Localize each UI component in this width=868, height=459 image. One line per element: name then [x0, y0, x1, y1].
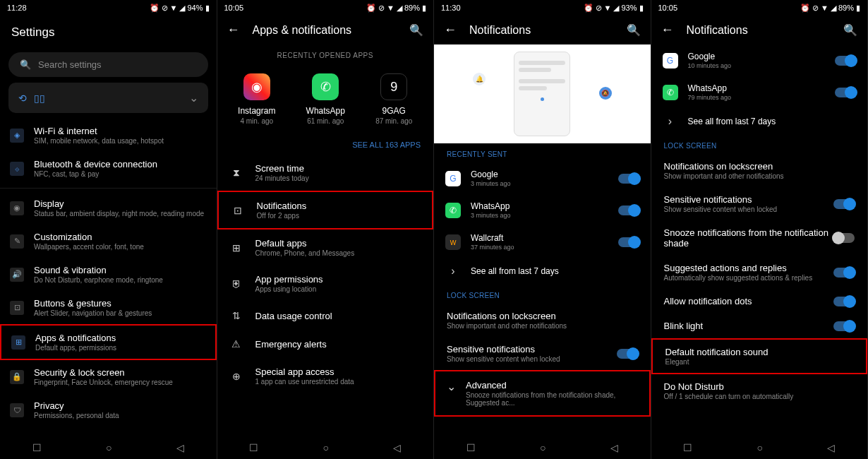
item-default-sound[interactable]: Default notification sound Elegant: [651, 338, 868, 374]
nav-bar: ☐ ○ ◁: [0, 435, 217, 459]
special-icon: ⊕: [230, 371, 243, 382]
section-recently-sent: RECENTLY SENT: [434, 143, 651, 162]
battery-text: 89%: [838, 4, 854, 12]
toggle[interactable]: [835, 56, 856, 66]
notif-whatsapp[interactable]: ✆ WhatsApp 79 minutes ago: [651, 76, 868, 108]
search-icon[interactable]: 🔍: [409, 23, 423, 37]
item-dnd[interactable]: Do Not Disturb Off / 1 schedule can turn…: [651, 374, 868, 407]
nav-back[interactable]: ◁: [610, 442, 618, 453]
recent-app-instagram[interactable]: ◉ Instagram 4 min. ago: [238, 73, 275, 125]
toggle[interactable]: [833, 268, 855, 278]
recent-app-9gag[interactable]: 9 9GAG 87 min. ago: [375, 73, 412, 125]
toggle[interactable]: [618, 174, 639, 184]
settings-item-apps[interactable]: ⊞ Apps & notifications Default apps, per…: [0, 324, 217, 360]
toggle[interactable]: [835, 88, 856, 97]
item-sensitive[interactable]: Sensitive notifications Show sensitive c…: [651, 187, 868, 220]
chevron-right-icon: ›: [663, 115, 678, 128]
toggle[interactable]: [833, 321, 855, 331]
nav-home[interactable]: ○: [757, 442, 763, 453]
sensitive-notifications[interactable]: Sensitive notifications Show sensitive c…: [434, 337, 651, 370]
alarm-icon: ⏰: [150, 4, 159, 13]
status-icons: ⏰ ⊘ ▼ ◢ 94% ▮: [150, 4, 210, 13]
back-icon[interactable]: ←: [227, 23, 240, 37]
settings-item-buttons[interactable]: ⊡ Buttons & gestures Alert Slider, navig…: [0, 291, 217, 324]
battery-icon: ▮: [422, 4, 426, 13]
notif-wallcraft[interactable]: w Wallcraft 37 minutes ago: [434, 226, 651, 258]
notif-google[interactable]: G Google 10 minutes ago: [651, 44, 868, 76]
back-icon[interactable]: ←: [444, 23, 457, 37]
notif-google[interactable]: G Google 3 minutes ago: [434, 162, 651, 194]
page-title: Notifications: [687, 24, 831, 37]
item-suggested[interactable]: Suggested actions and replies Automatica…: [651, 256, 868, 289]
see-all-7days[interactable]: › See all from last 7 days: [434, 258, 651, 285]
toggle[interactable]: [833, 233, 855, 243]
quick-toggle-pill[interactable]: ⟲ ▯▯ ⌄: [8, 83, 208, 113]
settings-item-privacy[interactable]: 🛡 Privacy Permissions, personal data: [0, 393, 217, 427]
settings-item-sound[interactable]: 🔊 Sound & vibration Do Not Disturb, earp…: [0, 258, 217, 291]
item-dots[interactable]: Allow notification dots: [651, 289, 868, 314]
privacy-icon: 🛡: [10, 403, 24, 417]
setting-emergency[interactable]: ⚠ Emergency alerts: [217, 330, 434, 358]
battery-text: 93%: [621, 4, 637, 12]
notif-whatsapp[interactable]: ✆ WhatsApp 3 minutes ago: [434, 194, 651, 226]
settings-item-wifi[interactable]: ◈ Wi-Fi & internet SIM, mobile network, …: [0, 119, 217, 152]
setting-notifications[interactable]: ⊡ Notifications Off for 2 apps: [217, 191, 434, 230]
alarm-icon: ⏰: [366, 4, 376, 13]
lock-notifications[interactable]: Notifications on lockscreen Show importa…: [434, 304, 651, 337]
nav-home[interactable]: ○: [540, 442, 545, 453]
phone-mockup: [514, 52, 570, 136]
toggle[interactable]: [617, 349, 638, 359]
dnd-icon: ⊘: [162, 4, 168, 13]
nav-recent[interactable]: ☐: [466, 442, 476, 453]
toggle[interactable]: [618, 205, 639, 215]
search-icon[interactable]: 🔍: [627, 23, 641, 37]
toggle[interactable]: [618, 237, 639, 247]
bluetooth-icon: ⟐: [10, 162, 24, 176]
back-icon[interactable]: ←: [661, 23, 674, 37]
time: 11:30: [441, 4, 461, 12]
battery-icon: ▮: [639, 4, 644, 13]
settings-item-display[interactable]: ◉ Display Status bar, ambient display, n…: [0, 191, 217, 225]
toggle[interactable]: [833, 199, 855, 209]
nav-back[interactable]: ◁: [393, 442, 401, 453]
dnd-icon: ⊘: [378, 4, 385, 13]
item-snooze[interactable]: Snooze notifications from the notificati…: [651, 220, 868, 256]
settings-item-bluetooth[interactable]: ⟐ Bluetooth & device connection NFC, cas…: [0, 152, 217, 185]
search-input[interactable]: 🔍 Search settings: [8, 52, 208, 77]
item-lock-notifications[interactable]: Notifications on lockscreen Show importa…: [651, 154, 868, 187]
setting-permissions[interactable]: ⛨ App permissions Apps using location: [217, 266, 434, 302]
see-all-apps[interactable]: SEE ALL 163 APPS: [217, 135, 434, 155]
setting-special-access[interactable]: ⊕ Special app access 1 app can use unres…: [217, 358, 434, 394]
nav-back[interactable]: ◁: [176, 442, 184, 453]
chevron-down-icon: ⌄: [447, 380, 456, 393]
nav-recent[interactable]: ☐: [249, 442, 258, 453]
recent-app-whatsapp[interactable]: ✆ WhatsApp 61 min. ago: [306, 73, 345, 125]
nav-home[interactable]: ○: [106, 442, 111, 453]
signal-icon: ◢: [831, 4, 836, 13]
google-icon: G: [663, 53, 678, 68]
nav-back[interactable]: ◁: [827, 442, 835, 453]
see-all-7days[interactable]: › See all from last 7 days: [651, 108, 868, 135]
screen-notifications-1: 11:30 ⏰ ⊘ ▼ ◢ 93% ▮ ← Notifications 🔍 🔔 …: [434, 0, 651, 459]
dnd-icon: ⊘: [596, 4, 602, 13]
settings-item-security[interactable]: 🔒 Security & lock screen Fingerprint, Fa…: [0, 360, 217, 393]
battery-icon: ▮: [856, 4, 860, 13]
nav-home[interactable]: ○: [323, 442, 329, 453]
nav-recent[interactable]: ☐: [32, 442, 42, 453]
nav-bar: ☐ ○ ◁: [651, 435, 868, 459]
item-blink[interactable]: Blink light: [651, 314, 868, 338]
status-bar: 11:30 ⏰ ⊘ ▼ ◢ 93% ▮: [434, 0, 651, 16]
setting-screen-time[interactable]: ⧗ Screen time 24 minutes today: [217, 155, 434, 191]
setting-data-usage[interactable]: ⇅ Data usage control: [217, 302, 434, 330]
search-icon: 🔍: [20, 59, 31, 70]
toggle[interactable]: [833, 297, 855, 306]
wifi-icon: ▼: [821, 4, 828, 12]
settings-item-customization[interactable]: ✎ Customization Wallpapers, accent color…: [0, 225, 217, 258]
wifi-icon: ▼: [170, 4, 178, 12]
nav-recent[interactable]: ☐: [683, 442, 692, 453]
setting-default-apps[interactable]: ⊞ Default apps Chrome, Phone, and Messag…: [217, 230, 434, 266]
wifi-icon: ◈: [10, 129, 24, 143]
search-icon[interactable]: 🔍: [843, 23, 857, 37]
app-bar: ← Notifications 🔍: [651, 16, 868, 44]
advanced-row[interactable]: ⌄ Advanced Snooze notifications from the…: [434, 370, 651, 417]
